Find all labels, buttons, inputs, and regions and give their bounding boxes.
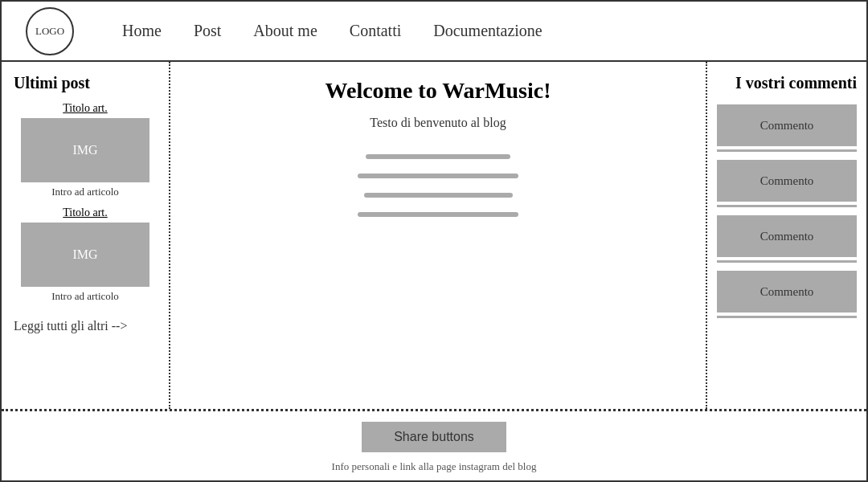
logo-text: LOGO <box>35 25 64 38</box>
share-buttons[interactable]: Share buttons <box>362 422 506 452</box>
content-line-2 <box>358 174 518 178</box>
nav-item-contatti[interactable]: Contatti <box>350 22 401 40</box>
nav: Home Post About me Contatti Documentazio… <box>122 22 542 40</box>
comment-separator-3 <box>717 260 857 263</box>
sidebar-left: Ultimi post Titolo art. IMG Intro ad art… <box>2 62 170 409</box>
article-img-2: IMG <box>21 223 149 287</box>
comment-separator-2 <box>717 205 857 207</box>
read-more-link[interactable]: Leggi tutti gli altri --> <box>14 319 157 333</box>
content-lines <box>194 154 682 217</box>
nav-item-home[interactable]: Home <box>122 22 162 40</box>
content-line-4 <box>358 212 518 217</box>
content-line-3 <box>364 193 513 198</box>
comment-1[interactable]: Commento <box>717 104 857 146</box>
article-title-2[interactable]: Titolo art. <box>14 206 157 219</box>
comment-separator-4 <box>717 316 857 318</box>
logo: LOGO <box>26 7 74 55</box>
footer-info: Info personali e link alla page instagra… <box>332 460 537 473</box>
nav-item-documentazione[interactable]: Documentazione <box>433 22 542 40</box>
article-item-2: Titolo art. IMG Intro ad articolo <box>14 206 157 303</box>
comment-3[interactable]: Commento <box>717 215 857 257</box>
sidebar-left-title: Ultimi post <box>14 74 157 92</box>
welcome-text: Testo di benvenuto al blog <box>370 116 506 130</box>
article-title-1[interactable]: Titolo art. <box>14 102 157 115</box>
comment-4[interactable]: Commento <box>717 271 857 312</box>
sidebar-right-title: I vostri commenti <box>717 74 857 92</box>
center-section: Welcome to WarMusic! Testo di benvenuto … <box>170 62 706 409</box>
comment-2[interactable]: Commento <box>717 160 857 202</box>
article-item-1: Titolo art. IMG Intro ad articolo <box>14 102 157 198</box>
nav-item-post[interactable]: Post <box>194 22 221 40</box>
sidebar-right: I vostri commenti Commento Commento Comm… <box>706 62 866 409</box>
article-img-1: IMG <box>21 118 149 182</box>
footer: Share buttons Info personali e link alla… <box>2 411 866 482</box>
main-content: Ultimi post Titolo art. IMG Intro ad art… <box>2 62 866 411</box>
header: LOGO Home Post About me Contatti Documen… <box>2 2 866 62</box>
content-line-1 <box>366 154 510 159</box>
article-intro-1: Intro ad articolo <box>14 186 157 198</box>
welcome-title: Welcome to WarMusic! <box>326 78 551 104</box>
nav-item-about[interactable]: About me <box>253 22 317 40</box>
article-intro-2: Intro ad articolo <box>14 290 157 303</box>
comment-separator-1 <box>717 149 857 152</box>
